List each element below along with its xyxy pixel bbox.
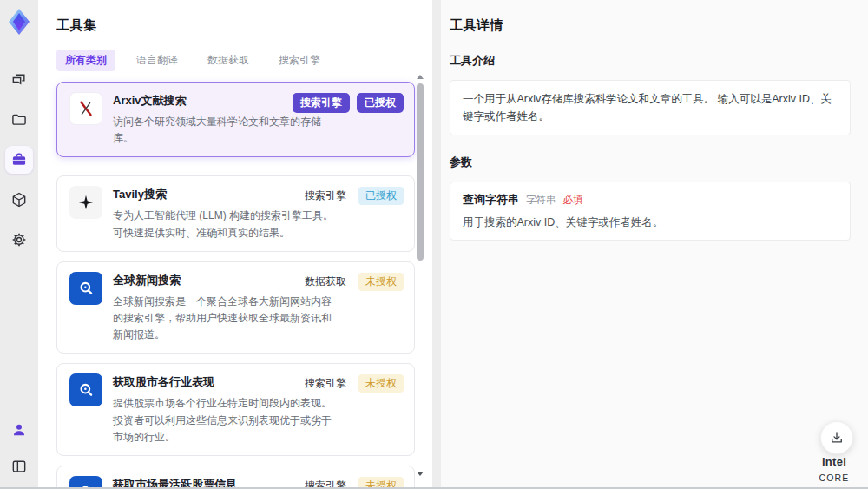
params-heading: 参数 [450,155,851,170]
sidebar [0,0,38,489]
param-desc: 用于搜索的Arxiv ID、关键字或作者姓名。 [463,215,838,230]
cube-icon [10,191,28,208]
intro-text: 一个用于从Arxiv存储库搜索科学论文和文章的工具。 输入可以是Arxiv ID… [463,90,838,125]
category-tabs: 所有类别 语言翻译 数据获取 搜索引擎 [56,50,415,71]
sidebar-item-panel-toggle[interactable] [5,453,33,480]
tool-card-desc: 全球新闻搜索是一个聚合全球各大新闻网站内容的搜索引擎，帮助用户快速获取全球最新资… [113,294,335,344]
intro-card: 一个用于从Arxiv存储库搜索科学论文和文章的工具。 输入可以是Arxiv ID… [450,80,851,135]
status-badge: 未授权 [358,273,404,291]
tool-card-tavily[interactable]: Tavily搜索 专为人工智能代理 (LLM) 构建的搜索引擎工具。可快速提供实… [56,175,415,251]
status-badge: 未授权 [358,477,404,489]
sidebar-bottom [5,416,33,480]
status-badge: 已授权 [358,187,404,205]
intel-core-logo: intel CORE [807,453,861,489]
user-icon [10,421,28,439]
detail-title: 工具详情 [450,17,851,34]
sidebar-item-settings[interactable] [5,226,33,254]
tavily-star-icon [69,186,102,219]
app-logo-icon [6,7,32,36]
arxiv-logo-icon [69,92,102,125]
sidebar-item-user[interactable] [5,416,33,444]
tool-card-desc: 访问各个研究领域大量科学论文和文章的存储库。 [113,114,335,147]
sidebar-nav [5,66,33,254]
tool-list-panel: 工具集 所有类别 语言翻译 数据获取 搜索引擎 Arxiv文献搜索 访问 [38,0,432,489]
app-window: 工具集 所有类别 语言翻译 数据获取 搜索引擎 Arxiv文献搜索 访问 [0,0,868,489]
param-card: 查询字符串 字符串 必填 用于搜索的Arxiv ID、关键字或作者姓名。 [450,182,851,241]
panel-divider [432,0,441,489]
sidebar-item-chat[interactable] [5,66,33,94]
tab-all-categories[interactable]: 所有类别 [56,50,115,71]
juhe-search-icon [69,272,102,305]
gear-icon [10,231,28,248]
folder-icon [10,111,28,129]
tool-card-desc: 提供股票市场各个行业在特定时间段内的表现。投资者可以利用这些信息来识别表现优于或… [113,395,335,446]
download-icon [829,430,845,446]
sidebar-item-files[interactable] [5,106,33,134]
tool-detail-panel: 工具详情 工具介绍 一个用于从Arxiv存储库搜索科学论文和文章的工具。 输入可… [441,0,868,489]
layout-panel-icon [10,458,28,475]
core-wordmark: CORE [819,472,849,483]
category-badge: 搜索引擎 [293,93,350,113]
scrollbar-thumb[interactable] [417,83,424,261]
juhe-search-icon [69,373,102,406]
param-name: 查询字符串 [463,192,519,208]
tool-card-arxiv[interactable]: Arxiv文献搜索 访问各个研究领域大量科学论文和文章的存储库。 搜索引擎 已授… [56,82,415,157]
param-required-badge: 必填 [563,194,583,207]
tab-language-translation[interactable]: 语言翻译 [128,50,187,71]
intel-wordmark: intel [822,455,846,468]
category-label: 搜索引擎 [305,479,346,489]
tab-data-acquisition[interactable]: 数据获取 [199,50,258,71]
tool-card-list: Arxiv文献搜索 访问各个研究领域大量科学论文和文章的存储库。 搜索引擎 已授… [56,82,415,489]
scroll-down-icon[interactable] [417,472,424,476]
briefcase-icon [10,151,28,169]
category-label: 数据获取 [305,274,346,289]
category-label: 搜索引擎 [305,188,346,203]
status-badge: 未授权 [358,374,404,393]
tool-card-global-news[interactable]: 全球新闻搜索 全球新闻搜索是一个聚合全球各大新闻网站内容的搜索引擎，帮助用户快速… [56,261,415,354]
sidebar-item-toolbox[interactable] [5,146,33,174]
param-type: 字符串 [526,194,556,207]
tab-search-engine[interactable]: 搜索引擎 [270,50,329,71]
chat-icon [10,71,28,89]
scroll-up-icon[interactable] [417,75,424,79]
category-label: 搜索引擎 [305,376,346,391]
tool-card-active-stocks[interactable]: 获取市场最活跃股票信息 提供当天交易量最高的股票列表，投资者可以利用这些信息来识… [56,466,415,489]
page-title: 工具集 [56,17,415,34]
tool-card-desc: 专为人工智能代理 (LLM) 构建的搜索引擎工具。可快速提供实时、准确和真实的结… [113,208,335,241]
download-button[interactable] [820,421,853,454]
status-badge: 已授权 [357,93,404,113]
juhe-search-icon [69,476,102,489]
tool-card-sector-performance[interactable]: 获取股市各行业表现 提供股票市场各个行业在特定时间段内的表现。投资者可以利用这些… [56,363,415,456]
sidebar-item-packages[interactable] [5,186,33,214]
list-scrollbar[interactable] [416,75,424,476]
intro-heading: 工具介绍 [450,53,851,69]
